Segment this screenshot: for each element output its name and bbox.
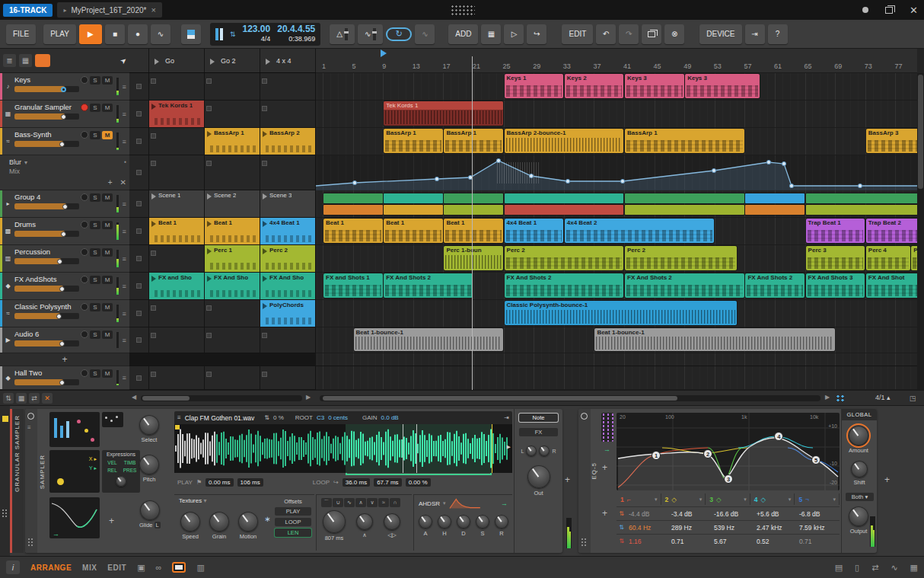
glide-knob[interactable] [140, 500, 160, 520]
mute-button[interactable]: M [102, 331, 113, 339]
track-audio-6[interactable]: ▶Audio 6SM≡ [0, 327, 129, 353]
volume-handle[interactable] [61, 232, 66, 237]
eq-band-5-q-value[interactable]: 0.71 [797, 538, 840, 545]
pan-left-knob[interactable] [526, 445, 537, 456]
sample-start-marker[interactable] [175, 425, 180, 430]
record-arm-button[interactable] [81, 303, 88, 311]
loop-fade-value[interactable]: 0.00 % [406, 478, 431, 487]
solo-button[interactable]: S [90, 331, 100, 339]
clip-slot[interactable] [205, 73, 260, 100]
inspector-panel-icon[interactable]: ▯ [855, 563, 859, 573]
env-mod-arrow-icon[interactable]: → [501, 500, 508, 507]
clip-slot[interactable]: Scene 3 [260, 190, 316, 217]
volume-handle[interactable] [61, 114, 66, 120]
sample-waveform-display[interactable]: ▶ [174, 424, 512, 473]
redo-button[interactable]: ↷ [619, 24, 639, 44]
eq-band-4-selector[interactable]: 4◇▾ [750, 493, 795, 505]
grain-shape-knob[interactable] [356, 513, 373, 530]
mute-button[interactable]: M [102, 303, 113, 311]
shape-wave-icon[interactable]: ∿ [344, 498, 355, 507]
playhead-time[interactable]: 0:38.969 [288, 35, 315, 43]
track-volume-slider[interactable] [14, 313, 79, 319]
tab-edit[interactable]: EDIT [107, 564, 126, 572]
track-options-icon[interactable]: ≡ [120, 337, 128, 344]
eq-band-1-q-value[interactable]: 1.16 [626, 538, 669, 545]
arranger-clip[interactable]: FX and Shots 1 [323, 273, 383, 298]
io-panel-icon[interactable]: ⇄ [871, 563, 878, 573]
dropdown-icon[interactable]: ▾ [789, 497, 792, 503]
track-volume-slider[interactable] [14, 141, 79, 147]
track-volume-slider[interactable] [14, 286, 79, 292]
track-options-icon[interactable]: ≡ [120, 255, 128, 263]
pan-right-knob[interactable] [539, 445, 550, 456]
offset-play-button[interactable]: PLAY [275, 507, 311, 516]
clip-slot[interactable]: FX And Sho [205, 273, 260, 299]
glide-mode-badge[interactable]: L [155, 522, 161, 529]
play-menu-button[interactable]: PLAY [43, 24, 76, 44]
eq-band-4-q-value[interactable]: 0.52 [754, 538, 797, 545]
loop-start-value[interactable]: 36.0 ms [343, 478, 370, 487]
track-keys[interactable]: ♪KeysSM≡ [0, 73, 129, 101]
browser-panel-icon[interactable]: ▤ [835, 563, 843, 573]
expression-knob[interactable] [116, 476, 126, 487]
grain-time-knob[interactable] [323, 510, 346, 533]
play-start-value[interactable]: 0.00 ms [206, 478, 233, 487]
file-menu-button[interactable]: FILE [6, 24, 36, 44]
out-knob[interactable] [527, 465, 550, 488]
expand-panel-icon[interactable]: ◳ [907, 393, 918, 404]
loop-toggle-button[interactable]: ↻ [386, 27, 412, 41]
solo-button[interactable]: S [90, 131, 100, 139]
mute-button[interactable]: M [102, 193, 113, 202]
motion-knob[interactable] [238, 512, 258, 532]
clip-slot[interactable]: Scene 1 [149, 190, 205, 217]
clip-slot[interactable]: BassArp 1 [205, 128, 260, 155]
automation-write-button[interactable]: ∿ [151, 24, 170, 44]
clip-launch-icon[interactable] [263, 248, 267, 254]
dropdown-icon[interactable]: ▾ [744, 497, 747, 503]
mod-display[interactable] [49, 412, 100, 447]
arranger-clip[interactable]: FX And Shots 2 [505, 273, 624, 298]
flip-panels-icon[interactable]: ⇅ [3, 393, 14, 404]
clip-launch-icon[interactable] [151, 221, 156, 227]
track-fx-andshots[interactable]: ◆FX AndShotsSM≡ [0, 273, 129, 300]
eq-band-4-gain-value[interactable]: +5.6 dB [754, 510, 797, 518]
link-displays-icon[interactable]: ∞ [156, 563, 162, 572]
mod-out-arrow-icon[interactable]: → [53, 530, 59, 538]
arranger-clip[interactable]: Trap Beat 1 [806, 219, 865, 243]
add-automation-lane-button[interactable]: + [108, 178, 113, 187]
clip-stop-button[interactable] [129, 327, 149, 353]
clip-slot[interactable] [149, 245, 205, 272]
bar-ruler[interactable]: 1591317212529333741454953576165697377 [316, 49, 917, 73]
tab-arrange[interactable]: ARRANGE [30, 564, 72, 572]
track-options-icon[interactable]: ≡ [120, 83, 128, 91]
arranger-clip[interactable]: BassArp 2-bounce-1 [505, 129, 624, 153]
eq-band-2-selector[interactable]: 2◇▾ [661, 493, 706, 505]
track-percussion[interactable]: ▥PercussionSM≡ [0, 245, 129, 273]
stop-all-clips-icon[interactable]: ✕ [42, 393, 53, 404]
arranger-clip[interactable]: Beat 1 [323, 219, 383, 243]
arranger-clip[interactable]: Keys 3 [685, 74, 760, 98]
band-shape-icon[interactable]: ⌐ [627, 496, 631, 503]
output-knob[interactable] [849, 506, 868, 526]
record-arm-button[interactable] [81, 276, 88, 283]
io-layer-button[interactable] [181, 24, 201, 44]
eq-spectrum-display[interactable]: 20 100 1k 10k +10 -10 -20 12345 [617, 413, 840, 490]
add-device-end-button[interactable]: + [884, 474, 890, 485]
clip-slot[interactable]: Tek Kords 1 [149, 101, 205, 127]
clip-stop-button[interactable] [129, 218, 149, 244]
clip-slot[interactable] [205, 366, 260, 389]
clip-slot[interactable]: FX and Sho [149, 273, 205, 299]
clip-slot[interactable] [260, 73, 316, 100]
arranger-scroll-right[interactable]: ▶ [825, 394, 830, 401]
eq-band-handle-3[interactable]: 3 [724, 474, 733, 484]
hold-knob[interactable] [438, 515, 451, 529]
launcher-scroll-right[interactable]: ▶ [306, 394, 311, 401]
add-device-button[interactable]: + [565, 474, 570, 485]
eq-band-2-freq-value[interactable]: 289 Hz [669, 524, 712, 532]
xy-dot-icon[interactable] [57, 478, 64, 485]
eq-band-5-gain-value[interactable]: -6.8 dB [797, 510, 840, 518]
volume-handle[interactable] [59, 142, 65, 147]
eq-band-handle-2[interactable]: 2 [703, 449, 712, 458]
track-options-icon[interactable]: ≡ [120, 374, 128, 382]
mode-select[interactable]: Both ▾ [846, 493, 874, 501]
